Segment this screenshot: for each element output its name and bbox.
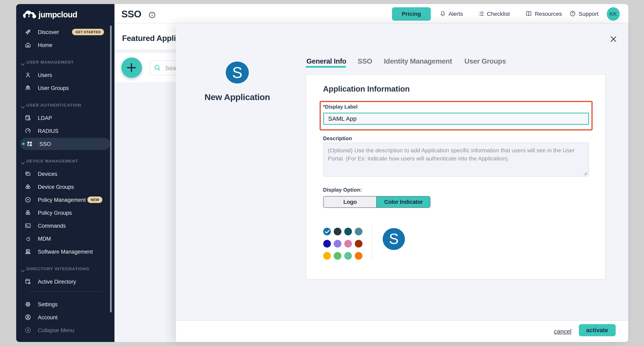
gear-icon — [25, 301, 31, 307]
bell-icon — [440, 10, 446, 17]
color-indicator-option-button[interactable]: Color Indicator — [376, 196, 430, 208]
check-icon — [325, 230, 330, 234]
display-option-label: Display Option: — [323, 187, 362, 193]
support-button[interactable]: Support — [570, 4, 598, 23]
checklist-label: Checklist — [487, 10, 510, 17]
user-icon — [25, 72, 31, 78]
color-swatch-5[interactable] — [334, 240, 342, 248]
support-label: Support — [579, 10, 598, 17]
sidebar-nav: DiscoverGET STARTEDHomeUSER MANAGEMENTUs… — [16, 26, 114, 337]
info-icon[interactable] — [149, 12, 155, 20]
sidebar-item-user-groups[interactable]: User Groups — [16, 81, 114, 94]
user-avatar[interactable]: KK — [606, 7, 620, 21]
tab-identity-management[interactable]: Identity Management — [384, 57, 452, 65]
description-label: Description — [323, 135, 352, 141]
sidebar-section-user-management[interactable]: USER MANAGEMENT — [16, 56, 114, 68]
color-swatch-11[interactable] — [355, 252, 362, 260]
active-directory-icon — [25, 278, 31, 285]
sidebar-item-account[interactable]: Account — [16, 311, 114, 324]
active-tab-underline — [306, 66, 346, 68]
sidebar-item-ldap[interactable]: LDAP — [16, 111, 114, 124]
color-swatch-selected[interactable] — [324, 228, 331, 236]
book-icon — [526, 11, 532, 17]
sidebar-item-policy-management[interactable]: Policy ManagementNEW — [16, 193, 114, 206]
jumpcloud-logo[interactable]: jumpcloud — [23, 9, 77, 20]
chevron-down-icon — [21, 103, 25, 110]
sidebar-item-users[interactable]: Users — [16, 68, 114, 81]
resize-handle-icon[interactable] — [583, 171, 587, 176]
close-icon — [610, 36, 617, 43]
sidebar: jumpcloud DiscoverGET STARTEDHomeUSER MA… — [16, 4, 114, 342]
color-swatch-9[interactable] — [334, 252, 342, 260]
alerts-label: Alerts — [448, 10, 463, 17]
help-icon — [570, 11, 576, 17]
add-application-button[interactable] — [121, 57, 142, 78]
sidebar-scrollbar[interactable] — [110, 26, 112, 312]
chevron-down-icon — [21, 60, 25, 67]
devices-icon — [25, 170, 31, 177]
ldap-database-icon — [25, 115, 31, 121]
pricing-button[interactable]: Pricing — [392, 7, 431, 21]
resources-label: Resources — [535, 10, 562, 17]
sidebar-item-collapse-menu[interactable]: Collapse Menu — [16, 324, 114, 337]
radius-gauge-icon — [25, 128, 31, 134]
display-label-input[interactable]: SAML App — [323, 112, 589, 125]
sidebar-item-policy-groups[interactable]: Policy Groups — [16, 206, 114, 219]
sidebar-item-mdm[interactable]: MDM — [16, 232, 114, 245]
policy-groups-icon — [25, 210, 31, 216]
sidebar-item-home[interactable]: Home — [16, 39, 114, 52]
active-item-pill — [20, 138, 110, 150]
color-swatch-grid — [324, 228, 363, 260]
sidebar-item-devices[interactable]: Devices — [16, 167, 114, 180]
display-label-label: *Display Label — [323, 104, 358, 110]
sidebar-item-radius[interactable]: RADIUS — [16, 124, 114, 137]
sidebar-item-settings[interactable]: Settings — [16, 298, 114, 311]
sidebar-section-user-authentication[interactable]: USER AUTHENTICATION — [16, 98, 114, 111]
chevron-down-icon — [21, 159, 25, 166]
jumpcloud-cloud-icon — [23, 10, 36, 19]
sidebar-section-directory-integrations[interactable]: DIRECTORY INTEGRATIONS — [16, 262, 114, 275]
sidebar-item-commands[interactable]: Commands — [16, 219, 114, 232]
sso-grid-icon — [26, 141, 33, 147]
home-icon — [25, 42, 31, 48]
tab-user-groups[interactable]: User Groups — [464, 57, 506, 65]
modal-title: New Application — [189, 92, 286, 102]
sidebar-item-active-directory[interactable]: Active Directory — [16, 275, 114, 288]
swatch-preview-divider — [372, 226, 372, 260]
application-information-card: Application Information *Display Label S… — [306, 74, 605, 280]
sidebar-section-device-management[interactable]: DEVICE MANAGEMENT — [16, 154, 114, 167]
close-button[interactable] — [610, 36, 617, 43]
collapse-icon — [25, 327, 31, 333]
resources-button[interactable]: Resources — [526, 4, 562, 23]
tab-general-info[interactable]: General Info — [306, 57, 346, 65]
apple-icon — [25, 235, 31, 242]
color-swatch-10[interactable] — [344, 252, 352, 260]
top-header: SSO Pricing Alerts Checklist Resources S… — [114, 4, 628, 23]
color-swatch-8[interactable] — [324, 252, 331, 260]
display-option-toggle: Logo Color Indicator — [324, 196, 430, 208]
cancel-link[interactable]: cancel — [554, 327, 572, 334]
sidebar-item-software-management[interactable]: Software Management — [16, 245, 114, 258]
color-swatch-3[interactable] — [355, 228, 362, 236]
tab-sso[interactable]: SSO — [358, 57, 372, 65]
description-textarea[interactable] — [323, 143, 589, 177]
sidebar-item-device-groups[interactable]: Device Groups — [16, 180, 114, 193]
color-swatch-4[interactable] — [324, 240, 331, 248]
chevron-down-icon — [21, 266, 25, 274]
activate-button[interactable]: activate — [579, 324, 616, 336]
alerts-button[interactable]: Alerts — [440, 4, 463, 23]
active-indicator-dot — [22, 143, 25, 145]
user-group-icon — [25, 85, 31, 91]
device-groups-icon — [25, 184, 31, 190]
application-information-heading: Application Information — [323, 84, 410, 93]
color-swatch-7[interactable] — [355, 240, 362, 248]
sidebar-item-sso[interactable]: SSO — [16, 137, 114, 150]
new-badge: NEW — [88, 197, 102, 203]
color-swatch-6[interactable] — [344, 240, 352, 248]
checklist-button[interactable]: Checklist — [478, 4, 510, 23]
color-swatch-2[interactable] — [344, 228, 352, 236]
color-swatch-1[interactable] — [334, 228, 342, 236]
logo-option-button[interactable]: Logo — [324, 196, 376, 208]
sidebar-item-discover[interactable]: DiscoverGET STARTED — [16, 26, 114, 39]
display-label-value: SAML App — [328, 115, 357, 122]
